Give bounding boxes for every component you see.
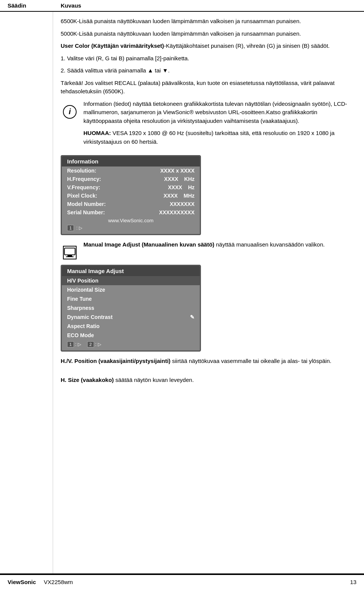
manual-osd-box: Manual Image Adjust H/V Position Horizon… [61,265,201,352]
manual-title-rest: näyttää manuaalisen kuvansäädön valikon. [214,241,325,248]
osd2-item-hsize: Horizontal Size [62,285,200,294]
osd-row-resolution: Resolution: XXXX x XXXX [62,166,200,175]
osd-row-serial: Serial Number: XXXXXXXXXX [62,208,200,217]
manual-text-cell: Manual Image Adjust (Manuaalinen kuvan s… [83,240,356,253]
huomaa-rest: VESA 1920 x 1080 @ 60 Hz (suositeltu) ta… [83,130,334,145]
osd-value-pixclock: XXXX MHz [163,193,195,199]
info-icon: i [63,105,77,119]
important-text: Tärkeää! Jos valitset RECALL (palauta) p… [61,79,356,96]
step1-text: 1. Valitse väri (R, G tai B) painamalla … [61,54,356,63]
user-color-bold: User Color (Käyttäjän värimääritykset) [61,42,164,49]
manual-section: Manual Image Adjust (Manuaalinen kuvan s… [61,240,356,259]
user-color-text: User Color (Käyttäjän värimääritykset)-K… [61,42,356,50]
osd-value-resolution: XXXX x XXXX [160,168,195,174]
osd-value-vfreq: XXXX Hz [168,184,195,190]
osd2-item-hv-label: H/V Position [67,278,98,284]
manual-title-bold: Manual Image Adjust (Manuaalinen kuvan s… [83,241,214,248]
dyncontrast-icon: ✎ [190,314,195,320]
osd2-footer: 1 : ▷ 2 : ▷ [62,340,200,347]
svg-rect-0 [64,248,75,255]
manual-icon [63,246,77,259]
icon-cell-manual [61,240,79,259]
svg-rect-1 [67,255,72,256]
osd2-footer-item2: 2 : ▷ [87,341,101,347]
osd2-item-aspectratio-label: Aspect Ratio [67,323,100,329]
osd-label-vfreq: V.Frequency: [67,184,100,190]
osd2-item-dyncontrast: Dynamic Contrast ✎ [62,313,200,322]
osd2-footer-num1: 1 [67,341,74,347]
info-section: i Information (tiedot) näyttää tietokone… [61,100,356,150]
h-size-title: H. Size (vaakakoko) [61,377,114,383]
5000k-text: 5000K-Lisää punaista näyttökuvaan luoden… [61,30,356,38]
manual-image-adjust-para: Manual Image Adjust (Manuaalinen kuvan s… [83,240,356,249]
osd2-footer-arrow1: : ▷ [75,342,81,347]
6500k-text: 6500K-Lisää punaista näyttökuvaan luoden… [61,17,356,26]
left-column [0,12,53,573]
model-name: VX2258wm [44,579,73,585]
header-col2: Kuvaus [61,2,356,9]
info-text-cell: Information (tiedot) näyttää tietokoneen… [83,100,356,150]
osd2-footer-num2: 2 [87,341,94,347]
header-col1: Säädin [8,2,61,9]
osd-label-serial: Serial Number: [67,209,105,215]
content-area: 6500K-Lisää punaista näyttökuvaan luoden… [0,12,364,574]
osd2-item-sharpness-label: Sharpness [67,305,94,311]
osd2-item-dyncontrast-label: Dynamic Contrast [67,314,113,320]
osd2-item-ecomode: ECO Mode [62,331,200,340]
osd-value-serial: XXXXXXXXXX [159,209,195,215]
osd2-item-hv: H/V Position [62,276,200,285]
huomaa-bold: HUOMAA: [83,130,111,136]
user-color-rest: -Käyttäjäkohtaiset punaisen (R), vihreän… [164,42,330,49]
osd-label-model: Model Number: [67,201,106,207]
osd-value-hfreq: XXXX KHz [164,176,195,182]
osd-url: www.ViewSonic.com [62,217,200,223]
osd2-footer-item1: 1 : ▷ [67,341,81,347]
hv-position-text: siirtää näyttökuvaa vasemmalle tai oikea… [171,358,331,364]
table-header: Säädin Kuvaus [0,0,364,12]
osd2-item-sharpness: Sharpness [62,303,200,313]
osd-footer: 1 : ▷ [62,223,200,231]
svg-rect-2 [66,256,74,257]
huomaa-text: HUOMAA: VESA 1920 x 1080 @ 60 Hz (suosit… [83,129,356,146]
page-number: 13 [350,579,356,585]
info-paragraph: Information (tiedot) näyttää tietokoneen… [83,100,356,126]
osd2-footer-arrow2: : ▷ [95,342,101,347]
osd2-title: Manual Image Adjust [62,266,200,276]
osd-row-model: Model Number: XXXXXXX [62,200,200,208]
osd-row-vfreq: V.Frequency: XXXX Hz [62,183,200,192]
page-footer: ViewSonic VX2258wm 13 [0,574,364,589]
page-wrapper: Säädin Kuvaus 6500K-Lisää punaista näytt… [0,0,364,589]
footer-num-1: 1 [67,225,74,231]
h-size-para: H. Size (vaakakoko) säätää näytön kuvan … [61,376,356,385]
osd-row-pixclock: Pixel Clock: XXXX MHz [62,192,200,200]
hv-position-title: H./V. Position (vaakasijainti/pystysijai… [61,358,171,364]
h-size-text: säätää näytön kuvan leveyden. [114,377,194,383]
footer-brand: ViewSonic VX2258wm [8,579,73,585]
osd-label-hfreq: H.Frequency: [67,176,101,182]
osd-row-hfreq: H.Frequency: XXXX KHz [62,175,200,183]
footer-arrow-1: : ▷ [76,225,82,231]
monitor-icon-svg [64,247,76,259]
osd-label-pixclock: Pixel Clock: [67,193,97,199]
step2-text: 2. Säädä valittua väriä painamalla ▲ tai… [61,66,356,75]
osd2-item-aspectratio: Aspect Ratio [62,322,200,331]
osd2-item-hsize-label: Horizontal Size [67,287,105,293]
osd2-item-finetune: Fine Tune [62,294,200,303]
osd2-item-ecomode-label: ECO Mode [67,332,94,338]
info-osd-box: Information Resolution: XXXX x XXXX H.Fr… [61,155,201,235]
osd-label-resolution: Resolution: [67,168,96,174]
osd-value-model: XXXXXXX [170,201,195,207]
icon-cell-info: i [61,100,79,119]
osd2-item-finetune-label: Fine Tune [67,296,92,302]
right-column: 6500K-Lisää punaista näyttökuvaan luoden… [53,12,364,573]
brand-name: ViewSonic [8,579,36,585]
hv-position-para: H./V. Position (vaakasijainti/pystysijai… [61,357,356,366]
osd-title: Information [62,156,200,166]
